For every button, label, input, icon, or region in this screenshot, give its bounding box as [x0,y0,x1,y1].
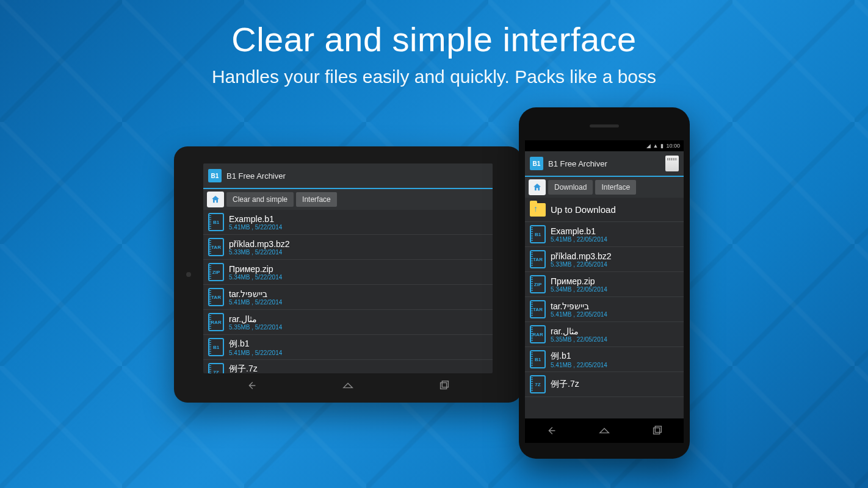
file-info: Example.b15.41MB , 22/05/2014 [551,226,607,243]
file-info: 例子.7z [551,379,579,390]
folder-up-icon [530,203,546,217]
file-row[interactable]: TARtar.ביישפּיל5.41MB , 5/22/2014 [203,285,493,310]
headline: Clear and simple interface Handles your … [0,20,868,87]
home-icon[interactable] [341,379,355,392]
app-titlebar: B1 B1 Free Archiver [525,151,684,177]
file-row[interactable]: TARpříklad.mp3.bz25.33MB , 22/05/2014 [525,247,684,272]
file-row[interactable]: RARrar.مثال5.35MB , 5/22/2014 [203,310,493,335]
file-type-icon: TAR [208,288,224,306]
file-name: tar.ביישפּיל [551,301,607,311]
file-info: příklad.mp3.bz25.33MB , 22/05/2014 [551,251,612,268]
file-type-icon: 7Z [208,363,224,373]
crumb-0[interactable]: Clear and simple [226,192,294,207]
file-info: 例子.7z5.37MB , 5/22/2014 [229,364,282,374]
svg-rect-2 [653,428,659,434]
status-time: 10:00 [666,143,680,149]
file-row[interactable]: TARtar.ביישפּיל5.41MB , 22/05/2014 [525,297,684,322]
wifi-icon: ◢ [646,143,651,149]
file-row[interactable]: B1Example.b15.41MB , 5/22/2014 [203,210,493,235]
file-type-icon: TAR [208,238,224,256]
breadcrumb: Download Interface [525,177,684,198]
phone-speaker [590,124,619,127]
battery-icon: ▮ [660,143,664,149]
recents-icon[interactable] [651,424,664,437]
file-row[interactable]: RARrar.مثال5.35MB , 22/05/2014 [525,322,684,347]
file-info: tar.ביישפּיל5.41MB , 5/22/2014 [229,289,282,306]
file-meta: 5.35MB , 22/05/2014 [551,336,607,343]
file-meta: 5.41MB , 5/22/2014 [229,350,282,356]
file-meta: 5.41MB , 22/05/2014 [551,311,607,318]
file-type-icon: B1 [530,225,546,243]
archive-button[interactable] [665,156,679,171]
file-name: 例子.7z [229,364,282,374]
file-info: rar.مثال5.35MB , 22/05/2014 [551,326,607,343]
file-name: příklad.mp3.bz2 [551,251,612,261]
tablet-camera [186,272,191,277]
file-meta: 5.34MB , 5/22/2014 [229,274,282,281]
file-row[interactable]: ZIPПример.zip5.34MB , 5/22/2014 [203,260,493,285]
headline-title: Clear and simple interface [0,20,868,59]
crumb-0[interactable]: Download [548,180,593,195]
file-name: Пример.zip [551,276,607,286]
recents-icon[interactable] [438,379,451,392]
status-bar: ◢ ▲ ▮ 10:00 [525,140,684,151]
file-name: Example.b1 [551,226,607,236]
svg-rect-1 [442,381,448,387]
file-info: Пример.zip5.34MB , 22/05/2014 [551,276,607,293]
file-meta: 5.34MB , 22/05/2014 [551,286,607,293]
signal-icon: ▲ [653,143,659,149]
file-row[interactable]: 7Z例子.7z5.37MB , 5/22/2014 [203,360,493,373]
file-meta: 5.35MB , 5/22/2014 [229,324,282,331]
file-meta: 5.41MB , 5/22/2014 [229,224,282,231]
file-type-icon: ZIP [530,275,546,293]
file-row[interactable]: B1例.b15.41MB , 22/05/2014 [525,347,684,372]
file-info: 例.b15.41MB , 22/05/2014 [551,351,607,368]
phone-device: ◢ ▲ ▮ 10:00 B1 B1 Free Archiver Download… [519,107,690,459]
home-icon[interactable] [598,424,611,437]
file-name: tar.ביישפּיל [229,289,282,299]
file-type-icon: B1 [530,350,546,368]
tablet-screen: B1 B1 Free Archiver Clear and simple Int… [203,163,493,373]
file-info: příklad.mp3.bz25.33MB , 5/22/2014 [229,239,290,256]
file-name: Example.b1 [229,214,282,224]
file-name: rar.مثال [551,326,607,336]
file-name: Пример.zip [229,264,282,274]
up-nav[interactable]: Up to Download [525,198,684,222]
breadcrumb: Clear and simple Interface [203,189,493,210]
svg-rect-0 [441,382,447,389]
file-info: Example.b15.41MB , 5/22/2014 [229,214,282,231]
home-button[interactable] [207,192,224,207]
crumb-1[interactable]: Interface [296,192,337,207]
crumb-1[interactable]: Interface [595,180,636,195]
svg-rect-3 [655,426,661,432]
file-row[interactable]: B1Example.b15.41MB , 22/05/2014 [525,222,684,247]
android-navbar [525,418,684,443]
home-button[interactable] [529,179,546,195]
file-info: 例.b15.41MB , 5/22/2014 [229,339,282,356]
file-meta: 5.41MB , 5/22/2014 [229,299,282,306]
file-name: příklad.mp3.bz2 [229,239,290,249]
android-navbar [203,373,493,398]
file-type-icon: TAR [530,250,546,268]
app-titlebar: B1 B1 Free Archiver [203,163,493,189]
b1-logo-icon: B1 [530,157,543,170]
file-row[interactable]: ZIPПример.zip5.34MB , 22/05/2014 [525,272,684,297]
headline-sub: Handles your files easily and quickly. P… [0,66,868,87]
back-icon[interactable] [245,379,258,392]
file-meta: 5.41MB , 22/05/2014 [551,362,607,368]
file-row[interactable]: B1例.b15.41MB , 5/22/2014 [203,335,493,360]
file-name: 例.b1 [551,351,607,362]
file-type-icon: B1 [208,213,224,231]
file-name: 例.b1 [229,339,282,350]
file-type-icon: RAR [208,313,224,331]
file-info: Пример.zip5.34MB , 5/22/2014 [229,264,282,281]
file-row[interactable]: TARpříklad.mp3.bz25.33MB , 5/22/2014 [203,235,493,260]
file-list: B1Example.b15.41MB , 5/22/2014TARpříklad… [203,210,493,373]
file-row[interactable]: 7Z例子.7z [525,372,684,397]
file-type-icon: ZIP [208,263,224,281]
back-icon[interactable] [544,424,558,437]
file-type-icon: RAR [530,325,546,343]
file-list: B1Example.b15.41MB , 22/05/2014TARpříkla… [525,222,684,421]
file-info: rar.مثال5.35MB , 5/22/2014 [229,314,282,331]
app-title: B1 Free Archiver [548,159,660,168]
